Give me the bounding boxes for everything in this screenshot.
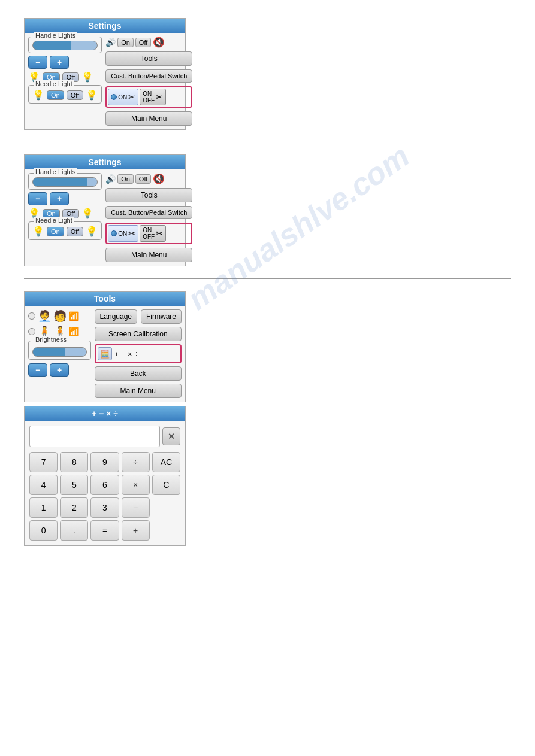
calc-display[interactable] — [29, 426, 160, 447]
calc-highlight: 🧮 + − × ÷ — [95, 344, 182, 363]
scissors-on-2: ✂ — [128, 229, 135, 238]
calc-eq[interactable]: = — [90, 520, 119, 541]
calc-add[interactable]: + — [122, 520, 150, 541]
calc-div[interactable]: ÷ — [122, 452, 150, 472]
cust-btn-2[interactable]: Cust. Button/Pedal Switch — [105, 206, 192, 219]
handle-lights-plus-1[interactable]: + — [50, 56, 69, 69]
cust-btn-1[interactable]: Cust. Button/Pedal Switch — [105, 69, 192, 83]
radio-2[interactable] — [28, 328, 35, 335]
needle-on-2[interactable]: On — [47, 227, 64, 236]
calc-8[interactable]: 8 — [60, 452, 88, 472]
sound-off-2[interactable]: Off — [135, 174, 151, 184]
brightness-label: Brightness — [34, 336, 68, 343]
mute-icon-1: 🔇 — [153, 37, 165, 48]
calc-mul[interactable]: × — [122, 475, 150, 495]
bulb-right-2: 💡 — [81, 208, 93, 219]
calc-c[interactable]: C — [152, 475, 180, 495]
main-menu-btn-1[interactable]: Main Menu — [105, 111, 192, 126]
needle-light-group-2: Needle Light 💡 On Off 💡 — [28, 221, 102, 240]
calc-3[interactable]: 3 — [90, 497, 119, 518]
calc-dot[interactable]: . — [60, 520, 88, 541]
calc-2[interactable]: 2 — [60, 497, 88, 518]
needle-light-group-1: Needle Light 💡 On Off 💡 — [28, 85, 102, 104]
settings-panel-1: Settings Handle Lights − + 💡 — [24, 18, 186, 130]
calc-ac[interactable]: AC — [152, 452, 180, 472]
needle-toggle-highlight-2: ON ✂ ONOFF ✂ — [105, 223, 192, 244]
calc-x-btn[interactable]: ✕ — [162, 427, 180, 445]
calc-1[interactable]: 1 — [29, 497, 58, 518]
handle-lights-label-2: Handle Lights — [34, 168, 77, 175]
radio-1[interactable] — [28, 312, 35, 320]
sound-icon-1: 🔊 — [105, 38, 116, 47]
main-menu-btn-2[interactable]: Main Menu — [105, 248, 192, 262]
handle-lights-minus-1[interactable]: − — [28, 56, 47, 69]
section-3: Tools 🧑‍💼 🧑 📶 🧍 🧍 📶 — [24, 291, 511, 546]
main-menu-btn-3[interactable]: Main Menu — [95, 384, 182, 398]
needle-toggle-off-2[interactable]: ONOFF ✂ — [140, 225, 166, 242]
sound-icon-2: 🔊 — [105, 174, 116, 184]
needle-off-2[interactable]: Off — [67, 227, 83, 236]
needle-toggle-off-1[interactable]: ONOFF ✂ — [140, 89, 166, 105]
dot-on-2 — [111, 230, 117, 236]
calc-0[interactable]: 0 — [29, 520, 58, 541]
needle-toggle-highlight-1: ON ✂ ONOFF ✂ — [105, 86, 192, 108]
bulb-right-1: 💡 — [81, 71, 93, 83]
needle-bulb-left-1: 💡 — [32, 89, 44, 101]
handle-lights-plus-2[interactable]: + — [50, 192, 69, 205]
needle-toggle-on-2[interactable]: ON ✂ — [108, 225, 138, 242]
calc-icon: 🧮 — [98, 347, 112, 360]
calculator-panel: + − × ÷ ✕ 7 8 9 ÷ AC 4 5 6 × C — [24, 406, 186, 546]
firmware-btn[interactable]: Firmware — [141, 309, 182, 324]
section-1: Settings Handle Lights − + 💡 — [24, 18, 511, 130]
brightness-minus[interactable]: − — [28, 363, 47, 377]
language-btn[interactable]: Language — [95, 309, 137, 324]
brightness-slider[interactable] — [32, 347, 87, 357]
sound-row-2: 🔊 On Off 🔇 — [105, 173, 192, 184]
on-label-toggle-1: ON — [118, 94, 127, 101]
needle-toggle-on-1[interactable]: ON ✂ — [108, 89, 138, 105]
tools-panel: Tools 🧑‍💼 🧑 📶 🧍 🧍 📶 — [24, 291, 186, 402]
off-label-toggle-1: ONOFF — [143, 90, 155, 104]
back-btn[interactable]: Back — [95, 366, 182, 381]
person-sit-icon: 🧑‍💼 — [38, 309, 51, 323]
needle-bulb-left-2: 💡 — [32, 226, 44, 237]
screen-cal-btn[interactable]: Screen Calibration — [95, 327, 182, 341]
divider-1 — [24, 142, 511, 142]
handle-lights-label-1: Handle Lights — [34, 32, 77, 39]
dot-on-1 — [111, 94, 117, 100]
handle-lights-group-2: Handle Lights — [28, 173, 102, 190]
needle-off-1[interactable]: Off — [67, 90, 83, 100]
sound-off-1[interactable]: Off — [135, 38, 151, 47]
divider-2 — [24, 278, 511, 279]
calc-5[interactable]: 5 — [60, 475, 88, 495]
scissors-off-2: ✂ — [156, 229, 163, 238]
calc-9[interactable]: 9 — [90, 452, 119, 472]
needle-on-1[interactable]: On — [47, 90, 64, 100]
tools-btn-2[interactable]: Tools — [105, 188, 192, 202]
scissors-off-1: ✂ — [156, 92, 163, 102]
section-2: Settings Handle Lights − + 💡 On Off — [24, 154, 511, 266]
calc-title: + − × ÷ — [25, 406, 185, 421]
settings-title-2: Settings — [25, 155, 185, 169]
scissors-on-1: ✂ — [128, 92, 135, 102]
sound-row-1: 🔊 On Off 🔇 — [105, 37, 192, 48]
calc-4[interactable]: 4 — [29, 475, 58, 495]
handle-lights-minus-2[interactable]: − — [28, 192, 47, 205]
sound-on-1[interactable]: On — [117, 38, 134, 47]
calc-6[interactable]: 6 — [90, 475, 119, 495]
brightness-group: Brightness — [28, 341, 91, 360]
needle-bulb-right-2: 💡 — [86, 226, 98, 237]
tools-title: Tools — [25, 292, 185, 306]
handle-lights-group-1: Handle Lights — [28, 37, 102, 53]
radio-row-1: 🧑‍💼 🧑 📶 — [28, 309, 91, 323]
calc-7[interactable]: 7 — [29, 452, 58, 472]
handle-lights-slider-1[interactable] — [32, 41, 98, 50]
mute-icon-2: 🔇 — [153, 173, 165, 184]
sound-on-2[interactable]: On — [117, 174, 134, 184]
calc-sub[interactable]: − — [122, 497, 150, 518]
on-label-toggle-2: ON — [118, 230, 127, 237]
brightness-plus[interactable]: + — [50, 363, 69, 377]
tools-btn-1[interactable]: Tools — [105, 51, 192, 66]
wifi-icon-2: 📶 — [69, 327, 79, 336]
handle-lights-slider-2[interactable] — [32, 177, 98, 187]
